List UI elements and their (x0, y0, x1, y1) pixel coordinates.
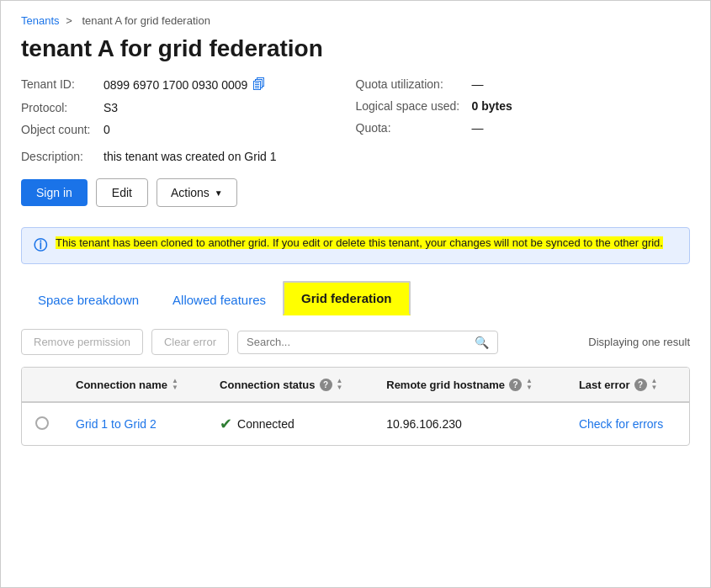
protocol-row: Protocol: S3 (21, 101, 356, 114)
col-radio (22, 368, 62, 402)
last-error-cell: Check for errors (565, 402, 689, 445)
search-input[interactable] (247, 336, 470, 348)
logical-space-row: Logical space used: 0 bytes (356, 99, 691, 113)
object-count-label: Object count: (21, 123, 97, 136)
remove-permission-button[interactable]: Remove permission (21, 329, 143, 355)
chevron-down-icon: ▼ (215, 188, 223, 198)
actions-button[interactable]: Actions ▼ (157, 178, 237, 207)
quota-value: — (472, 121, 484, 135)
description-row: Description: this tenant was created on … (21, 150, 690, 163)
help-icon-remote-grid-hostname[interactable]: ? (509, 379, 522, 391)
col-last-error: Last error ? ▲ ▼ (565, 368, 689, 402)
breadcrumb-separator: > (66, 14, 72, 27)
logical-space-value: 0 bytes (472, 99, 512, 113)
info-banner: ⓘ This tenant has been cloned to another… (21, 227, 690, 264)
protocol-label: Protocol: (21, 101, 97, 114)
sort-icon-remote-grid-hostname[interactable]: ▲ ▼ (526, 378, 533, 391)
object-count-value: 0 (103, 123, 110, 136)
tabs-row: Space breakdown Allowed features Grid fe… (21, 281, 690, 315)
connection-status-value: Connected (237, 417, 294, 431)
edit-button[interactable]: Edit (96, 178, 148, 207)
object-count-row: Object count: 0 (21, 123, 356, 136)
copy-icon[interactable]: 🗐 (252, 77, 266, 93)
info-grid: Tenant ID: 0899 6970 1700 0930 0009 🗐 Pr… (21, 77, 690, 136)
quota-util-row: Quota utilization: — (356, 77, 691, 91)
breadcrumb-current: tenant A for grid federation (82, 14, 210, 27)
tenant-id-label: Tenant ID: (21, 77, 97, 91)
check-for-errors-link[interactable]: Check for errors (579, 417, 663, 431)
sort-icon-connection-status[interactable]: ▲ ▼ (337, 378, 343, 391)
page-container: Tenants > tenant A for grid federation t… (0, 0, 711, 588)
search-icon: 🔍 (475, 336, 489, 349)
sort-icon-last-error[interactable]: ▲ ▼ (651, 378, 658, 391)
info-left: Tenant ID: 0899 6970 1700 0930 0009 🗐 Pr… (21, 77, 356, 136)
breadcrumb: Tenants > tenant A for grid federation (21, 14, 690, 27)
sort-icon-connection-name[interactable]: ▲ ▼ (172, 378, 178, 391)
breadcrumb-parent-link[interactable]: Tenants (21, 14, 60, 27)
connection-name-cell: Grid 1 to Grid 2 (62, 402, 206, 445)
table-row: Grid 1 to Grid 2 ✔ Connected 10.96.106.2… (22, 402, 689, 445)
actions-row: Sign in Edit Actions ▼ (21, 178, 690, 207)
help-icon-last-error[interactable]: ? (634, 379, 647, 391)
remote-grid-hostname-value: 10.96.106.230 (386, 417, 462, 431)
banner-text: This tenant has been cloned to another g… (56, 236, 663, 249)
page-title: tenant A for grid federation (21, 35, 690, 62)
tab-controls-row: Remove permission Clear error 🔍 Displayi… (21, 329, 690, 355)
tab-grid-federation[interactable]: Grid federation (283, 281, 411, 315)
help-icon-connection-status[interactable]: ? (320, 379, 332, 391)
info-icon: ⓘ (34, 237, 47, 255)
description-label: Description: (21, 150, 97, 163)
displaying-result: Displaying one result (588, 336, 690, 348)
tab-space-breakdown[interactable]: Space breakdown (21, 284, 156, 315)
tab-allowed-features[interactable]: Allowed features (156, 284, 283, 315)
search-wrapper: 🔍 (237, 331, 498, 354)
description-value: this tenant was created on Grid 1 (103, 150, 276, 163)
col-connection-name: Connection name ▲ ▼ (62, 368, 206, 402)
table-body: Grid 1 to Grid 2 ✔ Connected 10.96.106.2… (22, 402, 689, 445)
col-remote-grid-hostname: Remote grid hostname ? ▲ ▼ (373, 368, 565, 402)
check-icon: ✔ (220, 415, 232, 433)
table-wrapper: Connection name ▲ ▼ Connection status ? (21, 367, 690, 446)
clear-error-button[interactable]: Clear error (151, 329, 229, 355)
table-header: Connection name ▲ ▼ Connection status ? (22, 368, 689, 402)
sign-in-button[interactable]: Sign in (21, 179, 88, 206)
col-connection-status: Connection status ? ▲ ▼ (206, 368, 373, 402)
logical-space-label: Logical space used: (356, 99, 465, 113)
quota-label: Quota: (356, 121, 465, 135)
remote-grid-hostname-cell: 10.96.106.230 (373, 402, 565, 445)
quota-util-value: — (472, 77, 484, 91)
radio-button[interactable] (35, 416, 49, 430)
protocol-value: S3 (103, 101, 118, 114)
radio-cell[interactable] (22, 402, 62, 445)
connection-name-link[interactable]: Grid 1 to Grid 2 (76, 417, 157, 431)
tenant-id-row: Tenant ID: 0899 6970 1700 0930 0009 🗐 (21, 77, 356, 93)
tenant-id-value: 0899 6970 1700 0930 0009 🗐 (103, 77, 266, 93)
quota-util-label: Quota utilization: (356, 77, 465, 91)
quota-row: Quota: — (356, 121, 691, 135)
connection-status-cell: ✔ Connected (206, 402, 373, 445)
data-table: Connection name ▲ ▼ Connection status ? (22, 368, 689, 445)
info-right: Quota utilization: — Logical space used:… (356, 77, 691, 136)
